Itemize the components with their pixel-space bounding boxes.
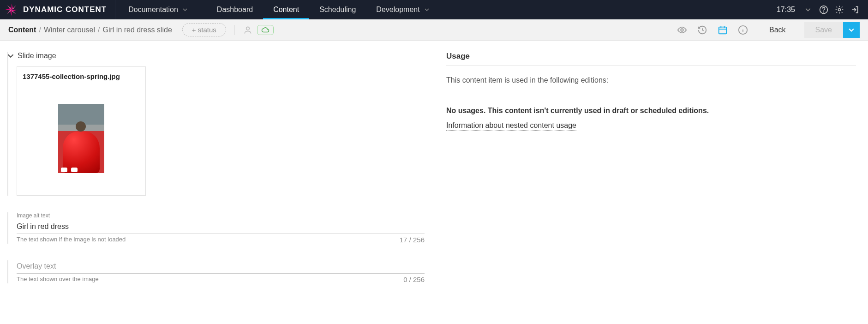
nav-dashboard[interactable]: Dashboard [207, 0, 263, 19]
slide-image-group-header[interactable]: Slide image [7, 52, 425, 60]
alt-text-help: The text shown if the image is not loade… [17, 236, 126, 244]
brand-text: DYNAMIC CONTENT [23, 5, 107, 14]
caret-down-icon [425, 7, 429, 12]
preview-icon[interactable] [677, 25, 687, 35]
history-icon[interactable] [697, 25, 707, 35]
svg-point-12 [681, 29, 683, 31]
usage-title: Usage [446, 52, 856, 66]
breadcrumb-root[interactable]: Content [8, 26, 36, 34]
sync-status-icon[interactable] [257, 25, 274, 35]
chevron-down-icon [7, 53, 14, 59]
logout-icon[interactable] [850, 5, 860, 14]
sub-toolbar: Content / Winter carousel / Girl in red … [0, 19, 868, 41]
save-button[interactable]: Save [804, 22, 843, 38]
caret-down-icon [183, 7, 187, 12]
breadcrumb-parent[interactable]: Winter carousel [44, 26, 95, 34]
back-button[interactable]: Back [760, 22, 795, 38]
save-dropdown-button[interactable] [843, 22, 860, 38]
usage-panel: Usage This content item is used in the f… [434, 41, 868, 324]
logo-star-icon [5, 3, 18, 17]
nested-usage-link[interactable]: Information about nested content usage [446, 121, 576, 131]
help-icon[interactable] [819, 5, 828, 14]
info-icon[interactable] [738, 25, 748, 35]
alt-text-label: Image alt text [17, 212, 425, 219]
assignee-icon[interactable] [243, 25, 252, 35]
alt-text-count: 17 / 256 [400, 236, 425, 244]
brand-logo[interactable]: DYNAMIC CONTENT [0, 0, 115, 19]
svg-rect-13 [719, 27, 727, 34]
nav-documentation[interactable]: Documentation [118, 0, 198, 19]
add-status-button[interactable]: + status [182, 23, 226, 36]
time-dropdown-icon[interactable] [803, 5, 813, 14]
image-preview [23, 87, 140, 190]
nav-scheduling[interactable]: Scheduling [309, 0, 366, 19]
image-filename: 1377455-collection-spring.jpg [23, 72, 140, 80]
overlay-text-count: 0 / 256 [403, 276, 425, 283]
no-usages-text: No usages. This content isn't currently … [446, 107, 856, 115]
clock-time: 17:35 [777, 6, 795, 14]
content-editor: Slide image 1377455-collection-spring.jp… [0, 41, 434, 324]
svg-point-10 [838, 9, 841, 11]
overlay-text-input[interactable] [17, 260, 425, 274]
alt-text-input[interactable] [17, 221, 425, 234]
image-card[interactable]: 1377455-collection-spring.jpg [17, 66, 146, 196]
settings-icon[interactable] [835, 5, 844, 14]
svg-point-11 [246, 27, 249, 30]
breadcrumb-current: Girl in red dress slide [103, 26, 172, 34]
svg-point-9 [824, 12, 824, 12]
calendar-icon[interactable] [718, 25, 728, 35]
nav-content[interactable]: Content [263, 0, 309, 19]
nav-development[interactable]: Development [366, 0, 439, 19]
overlay-text-help: The text shown over the image [17, 276, 99, 283]
top-nav: DYNAMIC CONTENT Documentation Dashboard … [0, 0, 868, 19]
usage-intro: This content item is used in the followi… [446, 76, 856, 84]
